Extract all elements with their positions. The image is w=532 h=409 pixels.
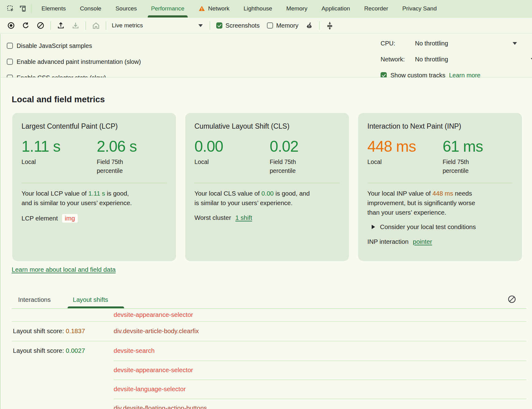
inp-card-title: Interaction to Next Paint (INP) xyxy=(367,122,513,130)
shift-node-link[interactable]: devsite-search xyxy=(114,347,155,354)
divider xyxy=(31,4,32,14)
advanced-paint-row[interactable]: Enable advanced paint instrumentation (s… xyxy=(7,57,141,66)
tab-privacy-sandbox[interactable]: Privacy Sand xyxy=(395,0,444,18)
local-test-conditions-expander[interactable]: Consider your local test conditions xyxy=(372,223,513,231)
inspect-element-button[interactable] xyxy=(4,2,17,15)
cpu-throttling-select[interactable]: CPU: No throttling xyxy=(381,39,525,48)
screenshots-toggle[interactable]: Screenshots xyxy=(216,22,260,29)
worst-cluster-label: Worst cluster xyxy=(194,214,231,221)
layout-shifts-table: devsite-appearance-selector Layout shift… xyxy=(1,308,532,409)
shift-node-link[interactable]: div.devsite-article-body.clearfix xyxy=(114,327,199,335)
shift-score: Layout shift score: 0.1837 xyxy=(13,327,85,335)
layout-shift-row: Layout shift score: 0.0027 devsite-searc… xyxy=(1,341,532,360)
tab-label: Recorder xyxy=(364,5,388,12)
reload-record-button[interactable] xyxy=(20,19,32,32)
cls-field-label: Field 75th percentile xyxy=(270,158,306,176)
save-profile-button[interactable] xyxy=(69,19,82,32)
worst-cluster-link[interactable]: 1 shift xyxy=(235,214,252,221)
home-button[interactable] xyxy=(90,19,102,32)
inp-field-value: 61 ms xyxy=(443,138,483,155)
tab-lighthouse[interactable]: Lighthouse xyxy=(237,0,279,18)
memory-checkbox[interactable] xyxy=(267,22,273,29)
layout-shift-row: Layout shift score: 0.1837 div.devsite-a… xyxy=(1,321,532,341)
tab-elements[interactable]: Elements xyxy=(34,0,73,18)
tab-label: Network xyxy=(208,5,229,12)
collapse-sections-button[interactable] xyxy=(323,19,336,32)
lcp-local-label: Local xyxy=(22,158,58,166)
shift-node-link[interactable]: devsite-appearance-selector xyxy=(114,311,193,318)
network-throttling-select[interactable]: Network: No throttling xyxy=(381,55,532,64)
device-toolbar-button[interactable] xyxy=(17,2,29,15)
tab-label: Lighthouse xyxy=(244,5,272,12)
tab-application[interactable]: Application xyxy=(315,0,357,18)
warning-icon xyxy=(198,5,205,12)
layout-shift-row: div.devsite-floating-action-buttons xyxy=(1,399,532,409)
lcp-local-value: 1.11 s xyxy=(22,138,97,155)
panel-mode-select[interactable]: Live metrics xyxy=(109,19,207,32)
layout-shift-row: devsite-appearance-selector xyxy=(1,308,532,321)
inp-interaction-link[interactable]: pointer xyxy=(413,238,432,245)
disable-js-samples-row[interactable]: Disable JavaScript samples xyxy=(7,41,92,50)
cls-desc-value: 0.00 xyxy=(261,190,274,197)
divider xyxy=(106,21,106,30)
local-field-data-learn-more-link[interactable]: Learn more about local and field data xyxy=(12,266,115,273)
screenshots-checkbox[interactable] xyxy=(216,22,222,29)
disable-js-samples-label: Disable JavaScript samples xyxy=(17,42,92,49)
tab-console[interactable]: Console xyxy=(73,0,108,18)
divider xyxy=(194,183,340,183)
lcp-description: Your local LCP value of 1.11 s is good, … xyxy=(22,189,167,208)
load-profile-button[interactable] xyxy=(55,19,67,32)
cpu-label: CPU: xyxy=(381,40,408,47)
clear-button[interactable] xyxy=(34,19,47,32)
shift-score-label: Layout shift score: xyxy=(13,347,64,354)
divider xyxy=(50,21,51,30)
upload-icon xyxy=(57,21,65,29)
record-button[interactable] xyxy=(5,19,17,32)
cls-local-value: 0.00 xyxy=(194,138,270,155)
tab-label: Sources xyxy=(115,5,137,12)
shift-node-link[interactable]: devsite-appearance-selector xyxy=(114,366,193,374)
shift-score-label: Layout shift score: xyxy=(13,327,64,334)
collect-garbage-button[interactable] xyxy=(303,19,315,32)
download-icon xyxy=(72,21,80,29)
lcp-element-label: LCP element xyxy=(22,215,58,222)
advanced-paint-label: Enable advanced paint instrumentation (s… xyxy=(17,58,141,65)
lcp-desc-prefix: Your local LCP value of xyxy=(22,190,88,197)
advanced-paint-checkbox[interactable] xyxy=(7,59,13,65)
inp-desc-value: 448 ms xyxy=(432,190,453,197)
lcp-field-value: 2.06 s xyxy=(97,138,137,155)
lcp-element-node-link[interactable]: img xyxy=(62,214,78,223)
shift-node-link[interactable]: devsite-language-selector xyxy=(114,385,186,393)
tab-sources[interactable]: Sources xyxy=(108,0,144,18)
lcp-card-title: Largest Contentful Paint (LCP) xyxy=(22,122,167,130)
inp-local-value: 448 ms xyxy=(367,138,443,155)
record-icon xyxy=(7,21,15,29)
tab-label: Performance xyxy=(151,5,185,12)
cls-description: Your local CLS value of 0.00 is good, an… xyxy=(194,189,340,208)
home-icon xyxy=(92,21,100,30)
divider xyxy=(22,183,167,183)
clear-log-button[interactable] xyxy=(507,295,516,304)
tab-memory[interactable]: Memory xyxy=(279,0,315,18)
live-metrics-view: Local and field metrics Largest Contentf… xyxy=(0,77,532,409)
shift-node-link[interactable]: div.devsite-floating-action-buttons xyxy=(114,404,207,409)
tab-layout-shifts[interactable]: Layout shifts xyxy=(73,296,108,303)
devtools-tab-bar: Elements Console Sources Performance Net… xyxy=(0,0,532,18)
tab-label: Console xyxy=(80,5,101,12)
broom-icon xyxy=(305,21,314,30)
divider xyxy=(85,21,86,30)
tab-network[interactable]: Network xyxy=(191,0,237,18)
tab-recorder[interactable]: Recorder xyxy=(357,0,395,18)
inp-local-label: Local xyxy=(367,158,404,166)
divider xyxy=(209,21,210,30)
inp-interaction-label: INP interaction xyxy=(367,238,409,245)
chevron-down-icon xyxy=(198,24,203,27)
memory-toggle[interactable]: Memory xyxy=(267,22,298,29)
disable-js-samples-checkbox[interactable] xyxy=(7,43,13,49)
cls-local-label: Local xyxy=(194,158,231,166)
tab-interactions[interactable]: Interactions xyxy=(18,296,51,303)
tab-performance[interactable]: Performance xyxy=(144,0,192,18)
layout-shift-row: devsite-language-selector xyxy=(1,380,532,399)
local-test-conditions-label: Consider your local test conditions xyxy=(380,223,476,231)
divider xyxy=(367,183,513,183)
